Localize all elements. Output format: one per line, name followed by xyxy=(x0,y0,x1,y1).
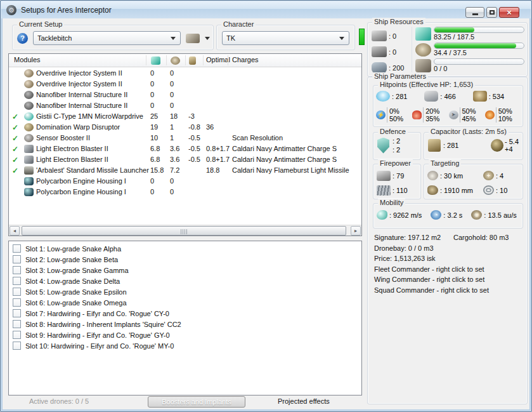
module-cpu: 15.8 xyxy=(150,166,164,174)
implant-label: Slot 1: Low-grade Snake Alpha xyxy=(25,245,121,253)
setup-select[interactable]: Tacklebitch xyxy=(33,31,181,45)
align-time-value: : 3.2 s xyxy=(443,211,462,219)
horizontal-scrollbar[interactable]: ◂ ▸ xyxy=(9,225,361,236)
col-optimal[interactable]: Optimal xyxy=(206,56,230,63)
current-setup-group: Current Setup ? Tacklebitch xyxy=(12,25,214,50)
shield-resist: 50% xyxy=(498,107,512,115)
close-button[interactable]: × xyxy=(499,7,519,18)
max-velocity-icon xyxy=(377,210,387,220)
implant-row[interactable]: Slot 4: Low-grade Snake Delta xyxy=(9,276,361,286)
ship-parameters-label: Ship Parameters xyxy=(372,72,428,80)
implant-row[interactable]: Slot 7: Hardwiring - Eifyr and Co. 'Rogu… xyxy=(9,308,361,319)
implant-checkbox[interactable] xyxy=(13,266,21,274)
cpu-column-icon[interactable] xyxy=(151,56,160,65)
module-row[interactable]: Polycarbon Engine Housing I00 xyxy=(9,187,361,197)
module-row[interactable]: Nanofiber Internal Structure II00 xyxy=(9,100,361,111)
capacitor-boost: +4 xyxy=(505,145,519,153)
module-row[interactable]: Overdrive Injector System II00 xyxy=(9,68,361,79)
fleet-commander-setter[interactable]: Fleet Commander - right click to set xyxy=(374,265,484,273)
module-row[interactable]: Polycarbon Engine Housing I00 xyxy=(9,176,361,187)
projected-effects-tab[interactable]: Projected effects xyxy=(278,397,330,405)
armor-resist: 45% xyxy=(462,115,476,123)
module-row[interactable]: Overdrive Injector System II00 xyxy=(9,79,361,90)
calibration-value: : 200 xyxy=(389,64,404,72)
scan-resolution-value: : 10 xyxy=(496,187,507,194)
module-row[interactable]: ✓Sensor Booster II101-0.5Scan Resolution xyxy=(9,133,361,143)
implant-checkbox[interactable] xyxy=(13,288,21,296)
scroll-right-icon[interactable]: ▸ xyxy=(351,226,361,236)
overdrive-icon xyxy=(24,69,34,77)
module-powergrid: 0 xyxy=(170,177,174,185)
module-name: 'Arbalest' Standard Missile Launcher xyxy=(36,166,149,174)
max-velocity-value: : 9262 m/s xyxy=(389,211,422,219)
structure-hp-value: : 534 xyxy=(489,93,504,100)
implant-label: Slot 10: Hardwiring - Eifyr and Co. 'Rog… xyxy=(25,342,174,350)
powergrid-column-icon[interactable] xyxy=(171,56,180,65)
cpu-bar xyxy=(434,27,524,33)
col-modules[interactable]: Modules xyxy=(14,56,41,63)
implant-checkbox[interactable] xyxy=(13,331,21,339)
price-stat: Price: 1,513,263 isk xyxy=(374,255,436,262)
module-row[interactable]: ✓Gistii C-Type 1MN MicroWarpdrive2518-3 xyxy=(9,111,361,122)
module-row[interactable]: Nanofiber Internal Structure II00 xyxy=(9,90,361,100)
help-icon[interactable]: ? xyxy=(17,33,28,44)
scroll-left-icon[interactable]: ◂ xyxy=(10,226,20,236)
module-cap-use: -0.5 xyxy=(188,156,200,163)
wing-commander-setter[interactable]: Wing Commander - right click to set xyxy=(374,276,484,283)
implant-label: Slot 4: Low-grade Snake Delta xyxy=(25,277,120,285)
module-row[interactable]: ✓Light Electron Blaster II6.83.6-0.50.8+… xyxy=(9,154,361,165)
implant-label: Slot 8: Hardwiring - Inherent Implants '… xyxy=(25,321,181,328)
module-powergrid: 1 xyxy=(170,123,174,131)
implant-checkbox[interactable] xyxy=(13,255,21,263)
ship-menu-chevron-icon[interactable] xyxy=(205,37,210,40)
defence-group: Defence : 2 : 2 xyxy=(373,132,421,160)
firepower-label: Firepower xyxy=(378,159,413,167)
fitted-check-icon: ✓ xyxy=(12,112,18,121)
maximize-icon xyxy=(490,10,495,15)
sensor-strength-icon xyxy=(427,185,438,195)
module-row[interactable]: ✓Domination Warp Disruptor191-0.836 xyxy=(9,122,361,133)
module-row[interactable]: ✓Light Electron Blaster II6.83.6-0.50.8+… xyxy=(9,143,361,154)
scrollbar-thumb[interactable] xyxy=(22,226,346,236)
chevron-down-icon xyxy=(171,37,176,40)
implant-checkbox[interactable] xyxy=(13,320,21,328)
squad-commander-setter[interactable]: Squad Commander - right click to set xyxy=(374,286,489,294)
mobility-label: Mobility xyxy=(378,199,405,206)
polycarbon-icon xyxy=(24,177,34,185)
maximize-button[interactable] xyxy=(486,7,497,18)
module-cpu: 0 xyxy=(150,69,154,77)
character-select[interactable]: TK xyxy=(222,31,349,45)
module-name: Domination Warp Disruptor xyxy=(36,123,120,131)
implant-checkbox[interactable] xyxy=(13,309,21,317)
implant-row[interactable]: Slot 9: Hardwiring - Eifyr and Co. 'Rogu… xyxy=(9,329,361,340)
dronebay-stat: Dronebay: 0 / 0 m3 xyxy=(374,244,434,252)
implant-checkbox[interactable] xyxy=(13,277,21,285)
implant-row[interactable]: Slot 1: Low-grade Snake Alpha xyxy=(9,243,361,254)
implant-checkbox[interactable] xyxy=(13,244,21,253)
targeting-range-value: : 30 km xyxy=(440,172,463,180)
implant-row[interactable]: Slot 10: Hardwiring - Eifyr and Co. 'Rog… xyxy=(9,340,361,351)
implant-row[interactable]: Slot 5: Low-grade Snake Epsilon xyxy=(9,286,361,297)
capacitor-column-icon[interactable] xyxy=(189,56,196,65)
character-group: Character TK xyxy=(216,25,355,50)
ship-menu-icon[interactable] xyxy=(186,34,200,43)
defence-value-2: : 2 xyxy=(393,145,400,154)
col-charges[interactable]: Charges xyxy=(232,56,259,63)
implant-row[interactable]: Slot 2: Low-grade Snake Beta xyxy=(9,254,361,265)
implant-row[interactable]: Slot 8: Hardwiring - Inherent Implants '… xyxy=(9,319,361,329)
implant-row[interactable]: Slot 3: Low-grade Snake Gamma xyxy=(9,265,361,276)
max-targets-value: : 4 xyxy=(496,172,503,180)
module-name: Nanofiber Internal Structure II xyxy=(36,102,127,109)
implant-checkbox[interactable] xyxy=(13,342,21,350)
resist-cell: 50%45% xyxy=(449,107,485,123)
module-name: Light Electron Blaster II xyxy=(36,145,108,152)
defence-shield-icon xyxy=(377,138,389,154)
module-row[interactable]: ✓'Arbalest' Standard Missile Launcher15.… xyxy=(9,165,361,176)
boosters-implants-button[interactable]: Boosters and Implants xyxy=(148,396,245,408)
titlebar[interactable]: Setups for Ares Interceptor × xyxy=(1,1,531,18)
implant-checkbox[interactable] xyxy=(13,298,21,307)
minimize-button[interactable] xyxy=(465,7,484,18)
modules-table-header[interactable]: Modules Optimal Charges xyxy=(9,54,361,67)
implant-row[interactable]: Slot 6: Low-grade Snake Omega xyxy=(9,297,361,308)
window-title: Setups for Ares Interceptor xyxy=(21,6,112,15)
